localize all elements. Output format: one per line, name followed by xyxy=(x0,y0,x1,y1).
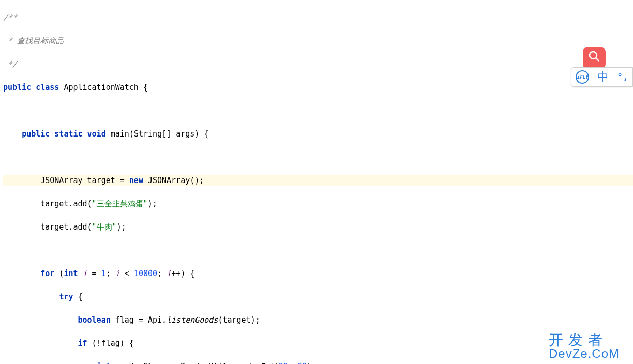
ime-lang-zh[interactable]: 中 xyxy=(597,71,609,83)
kw-class: class xyxy=(36,83,59,92)
comment-body: * 查找目标商品 xyxy=(3,36,64,46)
current-line: JSONArray target = new JSONArray(); xyxy=(3,175,633,187)
ime-toolbar[interactable]: iFLY 中 °, xyxy=(571,67,633,87)
method-main: main xyxy=(111,129,129,139)
ime-ifly-icon[interactable]: iFLY xyxy=(576,70,589,84)
string-goods1: "三全韭菜鸡蛋" xyxy=(92,199,148,208)
search-icon xyxy=(588,50,600,66)
comment-open: /** xyxy=(3,13,17,22)
code-editor[interactable]: /** * 查找目标商品 */ public class Application… xyxy=(0,0,633,364)
class-name: ApplicationWatch xyxy=(64,83,139,92)
kw-public: public xyxy=(3,83,31,92)
search-button[interactable] xyxy=(583,47,606,69)
ime-punct-icon[interactable]: °, xyxy=(617,71,628,83)
svg-point-0 xyxy=(590,52,597,59)
watermark-line2: DevZe.CoM xyxy=(549,347,620,360)
string-goods2: "牛肉" xyxy=(92,222,117,232)
watermark: 开发者 DevZe.CoM xyxy=(549,333,620,360)
comment-close: */ xyxy=(3,59,17,69)
svg-line-1 xyxy=(596,58,599,61)
watermark-line1: 开发者 xyxy=(549,333,620,347)
